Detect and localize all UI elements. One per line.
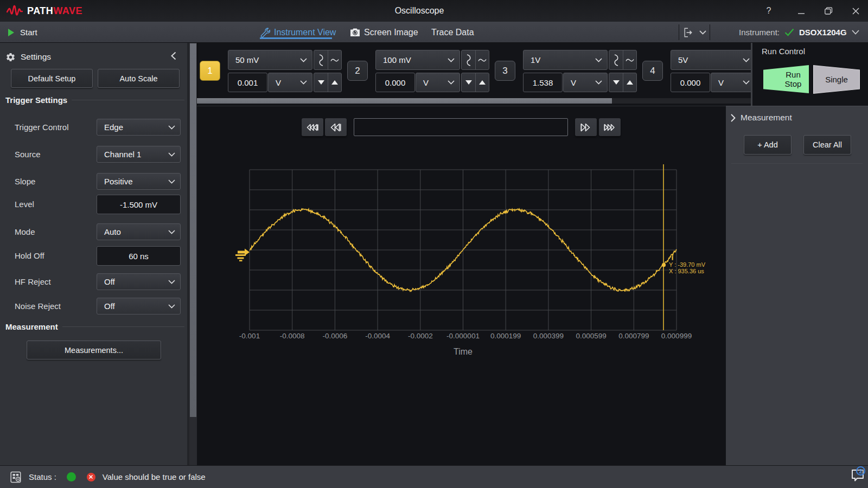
start-button[interactable]: Start bbox=[8, 22, 37, 43]
x-axis-title: Time bbox=[454, 347, 473, 356]
trigger-control-dropdown[interactable]: Edge bbox=[97, 119, 181, 136]
error-x-icon bbox=[88, 474, 93, 479]
channel-3-offset-up-button[interactable] bbox=[623, 73, 636, 92]
waveform-plot-region: -0.001-0.0008-0.0006-0.0004-0.0002-0.000… bbox=[197, 106, 726, 465]
chevron-down-icon bbox=[168, 304, 175, 309]
title-bar: PATHWAVE Oscilloscope ? bbox=[0, 0, 868, 22]
close-button[interactable] bbox=[843, 0, 868, 22]
tab-instrument-view-label: Instrument View bbox=[274, 28, 336, 37]
section-rule bbox=[72, 100, 184, 100]
channel-2-scale-dropdown[interactable]: 100 mV bbox=[375, 50, 460, 70]
channel-2-offset-input[interactable]: 0.000 bbox=[375, 73, 415, 92]
channel-4-offset-input[interactable]: 0.000 bbox=[671, 73, 710, 92]
default-setup-button[interactable]: Default Setup bbox=[11, 69, 93, 88]
channel-3-offset-input[interactable]: 1.538 bbox=[523, 73, 563, 92]
channel-2-offset-down-button[interactable] bbox=[462, 73, 475, 92]
coupling-dc-icon bbox=[626, 58, 634, 62]
export-icon bbox=[684, 28, 695, 37]
single-button[interactable]: Single bbox=[814, 66, 859, 93]
pathwave-brand-text: PATHWAVE bbox=[27, 5, 82, 17]
channel-controls-strip: 150 mV0.001V2100 mV0.000V31V1.538V45V0.0… bbox=[197, 43, 751, 106]
trigger-settings-title: Trigger Settings bbox=[5, 95, 67, 105]
source-dropdown[interactable]: Channel 1 bbox=[97, 146, 181, 163]
pathwave-logo: PATHWAVE bbox=[7, 4, 82, 17]
waveform-chart[interactable]: -0.001-0.0008-0.0006-0.0004-0.0002-0.000… bbox=[197, 106, 726, 466]
channel-strip-scrollbar[interactable] bbox=[197, 98, 751, 104]
measurement-panel-title: Measurement bbox=[741, 113, 792, 123]
channel-2-coupling-dc-button[interactable] bbox=[475, 50, 489, 69]
instrument-selector[interactable]: Instrument: DSOX1204G bbox=[739, 22, 859, 43]
channel-strip-scrollbar-thumb[interactable] bbox=[197, 98, 612, 104]
channel-1-coupling-ac-button[interactable] bbox=[314, 50, 328, 69]
measurement-section: Measurement bbox=[5, 322, 184, 331]
export-button[interactable] bbox=[683, 24, 707, 41]
chevron-down-icon bbox=[595, 80, 602, 85]
channel-1-scale-dropdown[interactable]: 50 mV bbox=[228, 50, 312, 70]
channel-3-scale-dropdown[interactable]: 1V bbox=[523, 50, 608, 70]
level-input[interactable]: -1.500 mV bbox=[97, 195, 181, 214]
slope-value: Positive bbox=[104, 177, 133, 186]
cursor-x-label: X : 935.36 us bbox=[669, 268, 704, 274]
run-stop-label-line2: Stop bbox=[785, 79, 802, 88]
noise-reject-dropdown[interactable]: Off bbox=[97, 298, 181, 314]
maximize-restore-button[interactable] bbox=[816, 0, 841, 22]
channel-1-offset-input[interactable]: 0.001 bbox=[228, 73, 267, 92]
channel-1-coupling-dc-button[interactable] bbox=[328, 50, 341, 69]
close-icon bbox=[852, 8, 859, 15]
channel-3-button[interactable]: 3 bbox=[495, 61, 515, 81]
channel-1-unit-dropdown[interactable]: V bbox=[268, 73, 312, 92]
sidebar-scrollbar[interactable] bbox=[189, 43, 197, 465]
channel-2-unit-dropdown[interactable]: V bbox=[416, 73, 460, 92]
channel-1-offset-down-button[interactable] bbox=[314, 73, 328, 92]
measurement-panel-header[interactable]: Measurement bbox=[731, 113, 792, 123]
channel-1-offset-up-button[interactable] bbox=[328, 73, 341, 92]
tab-instrument-view[interactable]: Instrument View bbox=[260, 22, 336, 43]
minimize-button[interactable] bbox=[789, 0, 814, 22]
tab-screen-image[interactable]: Screen Image bbox=[350, 22, 418, 43]
channel-2-coupling-ac-button[interactable] bbox=[462, 50, 475, 69]
channel-3-coupling-ac-button[interactable] bbox=[609, 50, 623, 69]
run-stop-button[interactable]: Run Stop bbox=[763, 65, 809, 93]
channel-1-button[interactable]: 1 bbox=[200, 61, 220, 81]
chevron-down-icon bbox=[168, 280, 175, 284]
channel-4-button[interactable]: 4 bbox=[642, 61, 663, 81]
sidebar-scrollbar-thumb[interactable] bbox=[190, 43, 196, 417]
channel-3-unit-dropdown[interactable]: V bbox=[563, 73, 608, 92]
measurements-button[interactable]: Measurements... bbox=[27, 341, 161, 359]
x-tick-label: -0.001 bbox=[239, 332, 260, 340]
collapse-sidebar-icon[interactable] bbox=[171, 52, 176, 60]
channel-3-coupling-dc-button[interactable] bbox=[623, 50, 636, 69]
auto-scale-button[interactable]: Auto Scale bbox=[98, 69, 180, 88]
hf-reject-dropdown[interactable]: Off bbox=[97, 273, 181, 290]
noise-reject-label: Noise Reject bbox=[15, 301, 61, 311]
coupling-dc-icon bbox=[478, 58, 487, 62]
channel-4-scale-dropdown[interactable]: 5V bbox=[671, 50, 751, 70]
slope-dropdown[interactable]: Positive bbox=[97, 173, 181, 190]
hold-off-input[interactable]: 60 ns bbox=[97, 246, 181, 266]
mode-dropdown[interactable]: Auto bbox=[97, 223, 181, 240]
help-button[interactable]: ? bbox=[756, 0, 781, 22]
chevron-down-icon bbox=[595, 58, 602, 62]
trigger-control-value: Edge bbox=[104, 123, 123, 132]
chevron-down-icon bbox=[168, 125, 175, 130]
mode-label: Mode bbox=[15, 227, 35, 236]
channel-2-button[interactable]: 2 bbox=[347, 61, 368, 81]
status-ok-indicator bbox=[67, 472, 76, 481]
measurement-panel-separator bbox=[731, 163, 863, 164]
wrench-icon bbox=[260, 27, 270, 37]
export-chevron-icon bbox=[699, 30, 706, 35]
channel-3-offset-down-button[interactable] bbox=[609, 73, 623, 92]
minimize-icon bbox=[798, 8, 805, 15]
chevron-down-icon bbox=[448, 80, 455, 85]
channel-2-offset-up-button[interactable] bbox=[475, 73, 489, 92]
channel-2-coupling-buttons bbox=[461, 50, 489, 70]
x-tick-label: 0.000599 bbox=[576, 332, 606, 340]
channel-2-offset-steppers bbox=[461, 73, 489, 92]
add-measurement-button[interactable]: + Add bbox=[744, 135, 792, 155]
channel-4-unit-dropdown[interactable]: V bbox=[711, 73, 751, 92]
tab-trace-data[interactable]: Trace Data bbox=[431, 22, 474, 43]
settings-sidebar: Settings Default Setup Auto Scale Trigge… bbox=[0, 43, 187, 465]
toolbar-separator bbox=[710, 24, 710, 40]
clear-all-button[interactable]: Clear All bbox=[803, 135, 851, 155]
settings-title: Settings bbox=[21, 52, 51, 62]
